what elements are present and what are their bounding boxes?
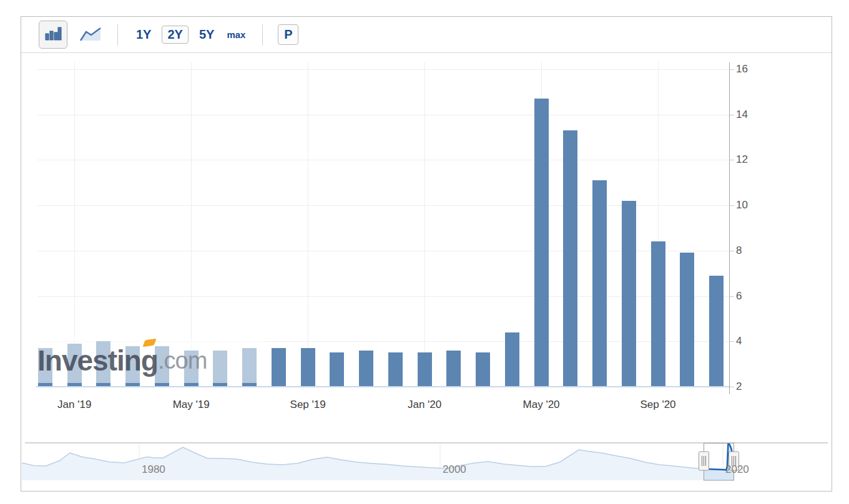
navigator-year-label: 2020 — [725, 463, 749, 476]
navigator-year-label: 1980 — [142, 463, 165, 476]
chart-widget: 1Y 2Y 5Y max P 161412108642Jan '19May '1… — [0, 0, 849, 504]
navigator-series-area — [22, 444, 734, 480]
navigator[interactable] — [0, 0, 849, 504]
navigator-year-label: 2000 — [443, 463, 466, 476]
